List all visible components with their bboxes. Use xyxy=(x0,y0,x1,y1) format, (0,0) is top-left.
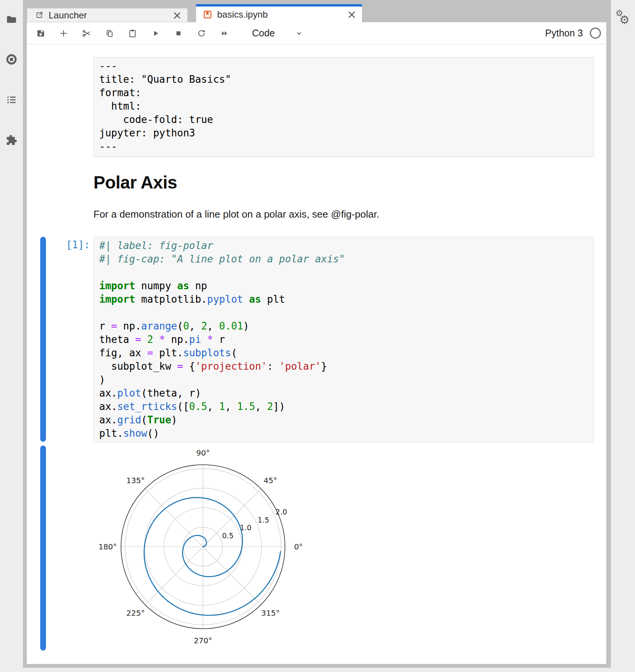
input-collapser[interactable] xyxy=(40,237,46,442)
theta-gridline xyxy=(203,547,261,605)
raw-cell-editor[interactable]: ---title: "Quarto Basics"format: html: c… xyxy=(93,57,594,157)
cell-type-dropdown[interactable]: Code xyxy=(252,28,303,39)
code-line: fig, ax = plt.subplots( xyxy=(99,346,588,360)
code-cell-editor[interactable]: #| label: fig-polar#| fig-cap: "A line p… xyxy=(93,237,594,443)
tab-basics-ipynb[interactable]: basics.ipynb × xyxy=(196,4,362,22)
tab-launcher-label: Launcher xyxy=(49,10,87,21)
output-collapser[interactable] xyxy=(40,446,46,651)
stop-icon xyxy=(174,29,183,38)
paste-cells-button[interactable] xyxy=(128,29,137,38)
execution-count-prompt: [1]: xyxy=(27,239,90,251)
cut-cells-button[interactable] xyxy=(82,29,91,38)
code-line: --- xyxy=(99,59,588,73)
code-line: #| label: fig-polar xyxy=(99,239,588,252)
copy-icon xyxy=(105,29,114,38)
theta-tick-label: 0° xyxy=(294,542,303,551)
tab-launcher[interactable]: Launcher × xyxy=(27,8,188,22)
launcher-icon xyxy=(35,11,44,20)
theta-tick-label: 225° xyxy=(126,608,145,618)
kernel-status-icon[interactable] xyxy=(590,28,601,39)
list-icon xyxy=(6,94,17,105)
run-icon xyxy=(151,29,160,38)
jupyterlab-window: { "colors": { "accent_tab_border": "#1a6… xyxy=(0,0,635,672)
right-sidebar: ⚙ ⚙ xyxy=(611,0,635,668)
fast-forward-icon xyxy=(220,29,229,38)
theta-tick-label: 135° xyxy=(126,476,145,485)
property-inspector-button[interactable]: ⚙ ⚙ xyxy=(615,8,631,26)
insert-cell-button[interactable] xyxy=(59,29,68,38)
notebook-content: ---title: "Quarto Basics"format: html: c… xyxy=(27,44,606,664)
cell-type-value: Code xyxy=(252,28,275,39)
code-line: title: "Quarto Basics" xyxy=(99,73,588,86)
code-line: code-fold: true xyxy=(99,113,588,126)
tab-launcher-close-icon[interactable]: × xyxy=(172,10,182,21)
chevron-down-icon xyxy=(295,29,303,38)
code-line: jupyter: python3 xyxy=(99,126,588,140)
puzzle-icon xyxy=(6,134,17,146)
code-line: #| fig-cap: "A line plot on a polar axis… xyxy=(99,252,588,266)
code-line: ) xyxy=(99,373,588,387)
r-tick-label: 0.5 xyxy=(222,531,234,540)
folder-icon xyxy=(6,14,17,25)
code-line: theta = 2 * np.pi * r xyxy=(99,333,588,346)
clipboard-icon xyxy=(128,29,137,38)
left-activity-bar xyxy=(0,0,23,668)
code-line: import numpy as np xyxy=(99,279,588,293)
code-line: ax.plot(theta, r) xyxy=(99,387,588,400)
plus-icon xyxy=(59,29,68,38)
restart-icon xyxy=(197,29,206,38)
sidebar-item-running-sessions[interactable] xyxy=(5,53,18,66)
gear-icon: ⚙ xyxy=(619,13,630,26)
sidebar-item-extension-manager[interactable] xyxy=(5,134,18,146)
kernel-name[interactable]: Python 3 xyxy=(545,28,583,39)
theta-tick-label: 315° xyxy=(261,608,280,618)
code-line: format: xyxy=(99,86,588,100)
code-line xyxy=(99,306,588,320)
main-dock-panel: Launcher × basics.ipynb × xyxy=(23,0,611,668)
theta-tick-label: 270° xyxy=(194,636,212,645)
code-line: r = np.arange(0, 2, 0.01) xyxy=(99,320,588,333)
code-line: ax.set_rticks([0.5, 1, 1.5, 2]) xyxy=(99,400,588,413)
tab-basics-ipynb-close-icon[interactable]: × xyxy=(347,9,357,20)
notebook-icon xyxy=(203,10,212,19)
markdown-heading: Polar Axis xyxy=(93,172,177,193)
markdown-paragraph: For a demonstration of a line plot on a … xyxy=(93,208,379,220)
save-button[interactable] xyxy=(36,29,45,38)
restart-run-all-button[interactable] xyxy=(220,29,229,38)
code-line: import matplotlib.pyplot as plt xyxy=(99,293,588,306)
code-line: ax.grid(True) xyxy=(99,413,588,427)
copy-cells-button[interactable] xyxy=(105,29,114,38)
sidebar-item-file-browser[interactable] xyxy=(5,13,18,26)
theta-gridline xyxy=(145,547,203,605)
restart-kernel-button[interactable] xyxy=(197,29,206,38)
code-line xyxy=(99,266,588,279)
interrupt-kernel-button[interactable] xyxy=(174,29,183,38)
code-line: --- xyxy=(99,140,588,153)
notebook-toolbar: Code Python 3 xyxy=(27,22,606,44)
r-tick-label: 2.0 xyxy=(275,508,287,516)
r-tick-label: 1.0 xyxy=(240,523,251,532)
tab-basics-ipynb-label: basics.ipynb xyxy=(217,9,268,20)
polar-plot-output: 0°45°90°135°180°225°270°315°0.51.01.52.0 xyxy=(84,431,329,657)
run-cell-button[interactable] xyxy=(151,29,160,38)
code-line: subplot_kw = {'projection': 'polar'} xyxy=(99,360,588,373)
stop-circle-icon xyxy=(6,54,17,65)
r-tick-label: 1.5 xyxy=(258,516,269,524)
theta-tick-label: 45° xyxy=(263,476,277,485)
save-icon xyxy=(36,29,45,38)
scissors-icon xyxy=(82,29,91,38)
sidebar-item-table-of-contents[interactable] xyxy=(5,93,18,106)
theta-tick-label: 90° xyxy=(196,448,209,457)
code-line: html: xyxy=(99,100,588,113)
theta-tick-label: 180° xyxy=(98,542,117,551)
status-bar xyxy=(0,668,635,672)
